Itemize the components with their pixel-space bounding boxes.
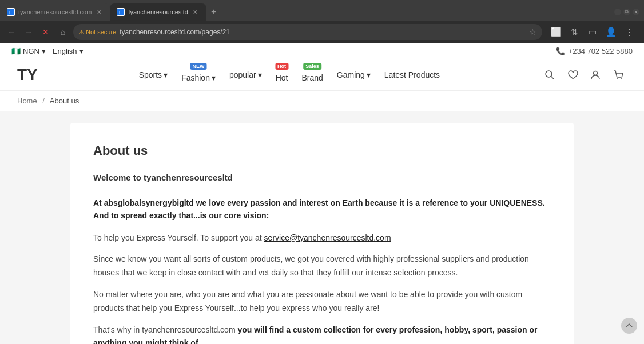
nav-label-sports: Sports (139, 70, 162, 79)
svg-point-6 (593, 71, 597, 75)
address-text: tyanchenresourcesltd.com/pages/21 (120, 28, 526, 36)
phone-icon: 📞 (556, 47, 565, 55)
content-wrapper: About us Welcome to tyanchenresourcesltd… (0, 111, 644, 344)
tab-2-title: tyanchenresourcesltd (128, 9, 188, 15)
welcome-heading: Welcome to tyanchenresourcesltd (93, 170, 551, 185)
restore-button[interactable]: ⧉ (623, 9, 630, 15)
bookmark-icon[interactable]: ☆ (529, 27, 536, 37)
language-arrow: ▾ (79, 47, 84, 55)
browser-window: T tyanchenresourcesltd.com ✕ T tyanchenr… (0, 0, 644, 43)
nav-label-hot: Hot (276, 73, 288, 82)
hot-badge: Hot (275, 63, 288, 70)
svg-line-5 (551, 77, 554, 79)
paragraph-1: To help you Express Yourself. To support… (93, 231, 551, 245)
security-icon: ⚠ (79, 29, 84, 35)
content-card: About us Welcome to tyanchenresourcesltd… (70, 123, 574, 344)
nav-item-popular[interactable]: popular ▾ (224, 67, 268, 83)
breadcrumb-home[interactable]: Home (17, 97, 37, 105)
nav-item-latest[interactable]: Latest Products (379, 67, 446, 83)
security-badge: ⚠ Not secure (79, 29, 116, 35)
svg-text:T: T (118, 10, 121, 14)
menu-icon[interactable]: ⋮ (621, 24, 637, 40)
site-logo[interactable]: TY (17, 66, 38, 84)
page-title: About us (93, 140, 551, 161)
cast-icon[interactable]: ▭ (585, 24, 601, 40)
svg-point-8 (621, 78, 622, 79)
nav-item-fashion[interactable]: NEW Fashion ▾ (176, 64, 221, 86)
currency-selector[interactable]: 🇳🇬 NGN ▾ (11, 47, 46, 55)
svg-text:T: T (9, 10, 11, 14)
close-button[interactable]: ✕ (633, 9, 639, 15)
tab-2-close[interactable]: ✕ (192, 9, 200, 16)
svg-point-7 (617, 78, 618, 79)
tab-1-favicon: T (7, 8, 15, 16)
paragraph-4: That's why in tyanchenresourcesltd.com y… (93, 323, 551, 344)
website: 🇳🇬 NGN ▾ English ▾ 📞 +234 702 522 5880 T… (0, 43, 644, 344)
profile-icon[interactable]: 👤 (603, 24, 619, 40)
breadcrumb: Home / About us (0, 91, 644, 111)
language-selector[interactable]: English ▾ (53, 47, 84, 55)
top-bar: 🇳🇬 NGN ▾ English ▾ 📞 +234 702 522 5880 (0, 43, 644, 59)
bold-statement: you will find a custom collection for ev… (93, 325, 538, 344)
security-label: Not secure (86, 29, 116, 35)
gaming-arrow: ▾ (367, 70, 371, 79)
search-icon[interactable] (541, 66, 558, 83)
home-button[interactable]: ⌂ (56, 25, 70, 39)
nav-label-gaming: Gaming (337, 70, 365, 79)
nav-item-brand[interactable]: Sales Brand (296, 64, 328, 86)
nav-label-brand: Brand (301, 73, 323, 82)
core-vision-text: At absglobalsynergybigltd we love every … (93, 197, 551, 222)
nav-label-fashion: Fashion (181, 73, 210, 82)
nav-item-gaming[interactable]: Gaming ▾ (331, 67, 376, 83)
nav-item-sports[interactable]: Sports ▾ (133, 67, 173, 83)
nav-label-latest: Latest Products (384, 70, 440, 79)
brand-badge: Sales (303, 63, 321, 70)
sports-arrow: ▾ (164, 70, 168, 79)
account-icon[interactable] (587, 66, 604, 83)
fashion-arrow: ▾ (212, 73, 216, 82)
window-controls: — ⧉ ✕ (610, 9, 644, 15)
minimize-button[interactable]: — (614, 9, 621, 15)
breadcrumb-separator: / (42, 97, 45, 105)
cart-icon[interactable] (610, 66, 627, 83)
address-bar[interactable]: ⚠ Not secure tyanchenresourcesltd.com/pa… (73, 24, 542, 40)
phone-number: +234 702 522 5880 (569, 47, 633, 55)
scroll-to-top-button[interactable] (621, 318, 637, 334)
breadcrumb-current: About us (50, 97, 79, 105)
reload-button[interactable]: ✕ (39, 25, 53, 39)
language-label: English (53, 47, 77, 55)
tab-2[interactable]: T tyanchenresourcesltd ✕ (110, 3, 206, 21)
top-bar-left: 🇳🇬 NGN ▾ English ▾ (11, 47, 84, 55)
top-bar-right: 📞 +234 702 522 5880 (556, 47, 633, 55)
new-tab-button[interactable]: + (206, 7, 221, 17)
address-bar-row: ← → ✕ ⌂ ⚠ Not secure tyanchenresourceslt… (0, 21, 644, 43)
email-link-1[interactable]: service@tyanchenresourcesltd.com (264, 233, 391, 242)
currency-label: NGN (23, 47, 39, 55)
nav-menu: Sports ▾ NEW Fashion ▾ popular ▾ Hot Hot… (133, 64, 446, 86)
extensions-button[interactable]: ⬜ (548, 24, 564, 40)
browser-toolbar-icons: ⬜ ⇅ ▭ 👤 ⋮ (546, 24, 639, 40)
nav-icons (541, 66, 627, 83)
tab-2-favicon: T (117, 8, 125, 16)
paragraph-3: No matter where you are, who you are and… (93, 288, 551, 315)
tab-1-close[interactable]: ✕ (95, 9, 103, 16)
nav-item-hot[interactable]: Hot Hot (270, 64, 294, 86)
paragraph-2: Since we know you want all sorts of cust… (93, 253, 551, 280)
fashion-badge: NEW (190, 63, 207, 70)
tab-1[interactable]: T tyanchenresourcesltd.com ✕ (0, 3, 110, 21)
nav-label-popular: popular (229, 70, 256, 79)
flag-icon: 🇳🇬 (11, 47, 21, 55)
sync-icon[interactable]: ⇅ (566, 24, 582, 40)
popular-arrow: ▾ (258, 70, 262, 79)
forward-button[interactable]: → (22, 25, 35, 39)
tab-bar: T tyanchenresourcesltd.com ✕ T tyanchenr… (0, 0, 644, 21)
tab-1-title: tyanchenresourcesltd.com (18, 9, 92, 15)
currency-arrow: ▾ (42, 47, 46, 55)
wishlist-icon[interactable] (564, 66, 581, 83)
address-icons: ☆ (529, 27, 536, 37)
back-button[interactable]: ← (5, 25, 18, 39)
navbar: TY Sports ▾ NEW Fashion ▾ popular ▾ Hot … (0, 59, 644, 91)
